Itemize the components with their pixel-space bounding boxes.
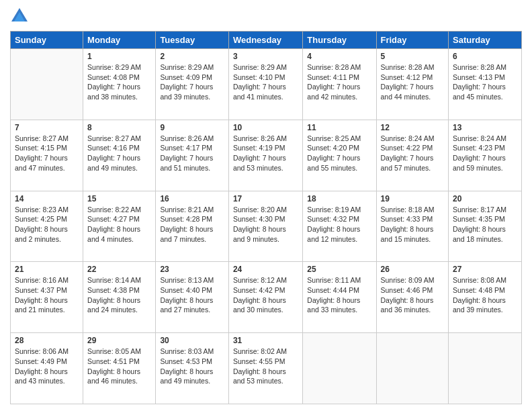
day-info: Sunrise: 8:28 AMSunset: 4:13 PMDaylight:… <box>453 62 517 102</box>
calendar-cell: 24Sunrise: 8:12 AMSunset: 4:42 PMDayligh… <box>228 262 302 333</box>
day-info: Sunrise: 8:28 AMSunset: 4:12 PMDaylight:… <box>381 62 445 102</box>
day-number: 11 <box>307 123 371 132</box>
day-info: Sunrise: 8:16 AMSunset: 4:37 PMDaylight:… <box>15 275 79 315</box>
daylight-text: Daylight: 7 hours and 53 minutes. <box>233 153 298 173</box>
calendar-cell <box>303 333 376 404</box>
daylight-text: Daylight: 8 hours and 33 minutes. <box>307 295 371 315</box>
sunset-text: Sunset: 4:53 PM <box>160 357 224 367</box>
day-info: Sunrise: 8:27 AMSunset: 4:15 PMDaylight:… <box>15 134 79 173</box>
day-number: 4 <box>307 52 371 61</box>
calendar-cell: 17Sunrise: 8:20 AMSunset: 4:30 PMDayligh… <box>228 191 302 262</box>
day-info: Sunrise: 8:24 AMSunset: 4:22 PMDaylight:… <box>381 134 445 173</box>
week-row-5: 28Sunrise: 8:06 AMSunset: 4:49 PMDayligh… <box>11 333 522 404</box>
sunset-text: Sunset: 4:49 PM <box>15 357 79 367</box>
calendar-cell: 30Sunrise: 8:03 AMSunset: 4:53 PMDayligh… <box>156 333 229 404</box>
day-info: Sunrise: 8:20 AMSunset: 4:30 PMDaylight:… <box>233 205 298 244</box>
day-number: 6 <box>453 52 517 61</box>
day-number: 17 <box>233 194 298 203</box>
sunset-text: Sunset: 4:19 PM <box>233 143 298 153</box>
weekday-header-monday: Monday <box>83 32 156 49</box>
daylight-text: Daylight: 7 hours and 39 minutes. <box>160 82 224 101</box>
sunset-text: Sunset: 4:32 PM <box>307 214 371 224</box>
daylight-text: Daylight: 7 hours and 44 minutes. <box>381 82 445 101</box>
day-number: 26 <box>381 265 445 274</box>
sunrise-text: Sunrise: 8:23 AM <box>15 205 79 215</box>
sunrise-text: Sunrise: 8:19 AM <box>307 205 371 215</box>
day-number: 27 <box>453 265 517 274</box>
day-info: Sunrise: 8:03 AMSunset: 4:53 PMDaylight:… <box>160 347 224 386</box>
daylight-text: Daylight: 8 hours and 12 minutes. <box>307 224 371 244</box>
calendar-cell: 2Sunrise: 8:29 AMSunset: 4:09 PMDaylight… <box>156 49 229 120</box>
daylight-text: Daylight: 8 hours and 4 minutes. <box>87 224 151 244</box>
sunset-text: Sunset: 4:42 PM <box>233 285 298 295</box>
day-number: 31 <box>233 336 298 345</box>
daylight-text: Daylight: 8 hours and 18 minutes. <box>453 224 517 244</box>
calendar-cell: 19Sunrise: 8:18 AMSunset: 4:33 PMDayligh… <box>376 191 449 262</box>
day-info: Sunrise: 8:27 AMSunset: 4:16 PMDaylight:… <box>87 134 151 173</box>
calendar-cell <box>11 49 83 120</box>
daylight-text: Daylight: 8 hours and 24 minutes. <box>87 295 151 315</box>
day-number: 20 <box>453 194 517 203</box>
sunrise-text: Sunrise: 8:02 AM <box>233 347 298 357</box>
sunrise-text: Sunrise: 8:06 AM <box>15 347 79 357</box>
calendar-cell: 11Sunrise: 8:25 AMSunset: 4:20 PMDayligh… <box>303 120 376 191</box>
weekday-header-row: SundayMondayTuesdayWednesdayThursdayFrid… <box>11 32 522 49</box>
sunrise-text: Sunrise: 8:08 AM <box>453 275 517 285</box>
calendar-cell: 12Sunrise: 8:24 AMSunset: 4:22 PMDayligh… <box>376 120 449 191</box>
sunset-text: Sunset: 4:33 PM <box>381 214 445 224</box>
daylight-text: Daylight: 7 hours and 51 minutes. <box>160 153 224 173</box>
sunset-text: Sunset: 4:15 PM <box>15 143 79 153</box>
sunrise-text: Sunrise: 8:29 AM <box>87 62 151 73</box>
daylight-text: Daylight: 8 hours and 9 minutes. <box>233 224 298 244</box>
calendar-table: SundayMondayTuesdayWednesdayThursdayFrid… <box>10 31 522 404</box>
daylight-text: Daylight: 7 hours and 59 minutes. <box>453 153 517 173</box>
day-number: 7 <box>15 123 79 132</box>
daylight-text: Daylight: 7 hours and 41 minutes. <box>233 82 298 101</box>
sunset-text: Sunset: 4:48 PM <box>453 285 517 295</box>
daylight-text: Daylight: 8 hours and 43 minutes. <box>15 367 79 386</box>
sunset-text: Sunset: 4:11 PM <box>307 73 371 83</box>
sunset-text: Sunset: 4:16 PM <box>87 143 151 153</box>
day-number: 3 <box>233 52 298 61</box>
calendar-cell: 5Sunrise: 8:28 AMSunset: 4:12 PMDaylight… <box>376 49 449 120</box>
weekday-header-wednesday: Wednesday <box>228 32 302 49</box>
day-number: 9 <box>160 123 224 132</box>
calendar-cell: 7Sunrise: 8:27 AMSunset: 4:15 PMDaylight… <box>11 120 83 191</box>
calendar-cell: 18Sunrise: 8:19 AMSunset: 4:32 PMDayligh… <box>303 191 376 262</box>
weekday-header-saturday: Saturday <box>449 32 522 49</box>
sunset-text: Sunset: 4:40 PM <box>160 285 224 295</box>
sunset-text: Sunset: 4:27 PM <box>87 214 151 224</box>
daylight-text: Daylight: 8 hours and 49 minutes. <box>160 367 224 386</box>
daylight-text: Daylight: 8 hours and 21 minutes. <box>15 295 79 315</box>
sunset-text: Sunset: 4:38 PM <box>87 285 151 295</box>
page: SundayMondayTuesdayWednesdayThursdayFrid… <box>0 0 532 411</box>
sunrise-text: Sunrise: 8:25 AM <box>307 134 371 144</box>
day-number: 22 <box>87 265 151 274</box>
daylight-text: Daylight: 8 hours and 2 minutes. <box>15 224 79 244</box>
sunrise-text: Sunrise: 8:27 AM <box>87 134 151 144</box>
sunrise-text: Sunrise: 8:11 AM <box>307 275 371 285</box>
sunrise-text: Sunrise: 8:18 AM <box>381 205 445 215</box>
sunrise-text: Sunrise: 8:13 AM <box>160 275 224 285</box>
sunrise-text: Sunrise: 8:03 AM <box>160 347 224 357</box>
sunrise-text: Sunrise: 8:21 AM <box>160 205 224 215</box>
sunset-text: Sunset: 4:55 PM <box>233 357 298 367</box>
day-number: 30 <box>160 336 224 345</box>
day-info: Sunrise: 8:22 AMSunset: 4:27 PMDaylight:… <box>87 205 151 244</box>
day-info: Sunrise: 8:19 AMSunset: 4:32 PMDaylight:… <box>307 205 371 244</box>
sunrise-text: Sunrise: 8:17 AM <box>453 205 517 215</box>
sunrise-text: Sunrise: 8:24 AM <box>453 134 517 144</box>
calendar-cell: 13Sunrise: 8:24 AMSunset: 4:23 PMDayligh… <box>449 120 522 191</box>
sunrise-text: Sunrise: 8:29 AM <box>233 62 298 73</box>
sunrise-text: Sunrise: 8:09 AM <box>381 275 445 285</box>
calendar-cell: 29Sunrise: 8:05 AMSunset: 4:51 PMDayligh… <box>83 333 156 404</box>
week-row-4: 21Sunrise: 8:16 AMSunset: 4:37 PMDayligh… <box>11 262 522 333</box>
daylight-text: Daylight: 7 hours and 47 minutes. <box>15 153 79 173</box>
weekday-header-tuesday: Tuesday <box>156 32 229 49</box>
day-info: Sunrise: 8:29 AMSunset: 4:08 PMDaylight:… <box>87 62 151 102</box>
day-number: 24 <box>233 265 298 274</box>
weekday-header-thursday: Thursday <box>303 32 376 49</box>
calendar-cell: 27Sunrise: 8:08 AMSunset: 4:48 PMDayligh… <box>449 262 522 333</box>
daylight-text: Daylight: 8 hours and 39 minutes. <box>453 295 517 315</box>
day-info: Sunrise: 8:18 AMSunset: 4:33 PMDaylight:… <box>381 205 445 244</box>
